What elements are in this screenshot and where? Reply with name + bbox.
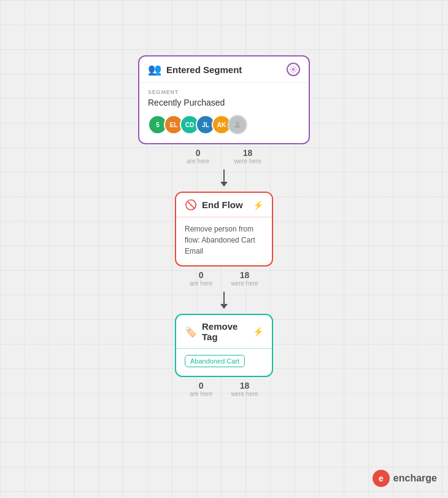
removetag-title: Remove Tag: [202, 321, 253, 342]
endflow-title: End Flow: [202, 200, 243, 210]
endflow-stat-were-here: 18 were here: [231, 270, 258, 287]
endflow-node[interactable]: 🚫 End Flow ⚡ Remove person from flow: Ab…: [175, 192, 273, 267]
removetag-are-here-label: are here: [190, 391, 212, 397]
svg-point-0: [293, 69, 295, 71]
tag-badge: Abandoned Cart: [185, 355, 245, 367]
segment-stat-here: 0 are here: [187, 148, 209, 165]
endflow-stat-here: 0 are here: [190, 270, 212, 287]
arrow-1: [220, 166, 228, 190]
endflow-header-left: 🚫 End Flow: [185, 199, 243, 211]
removetag-were-here-value: 18: [231, 381, 258, 391]
encharge-logo-text: encharge: [393, 473, 437, 484]
encharge-letter: e: [379, 473, 384, 483]
people-icon: 👥: [148, 63, 161, 76]
endflow-are-here-label: are here: [190, 280, 212, 287]
encharge-logo-icon: e: [373, 470, 390, 487]
flow-canvas: 👥 Entered Segment SEGMENT Recently Purch…: [0, 0, 448, 498]
endflow-were-here-value: 18: [231, 270, 258, 280]
segment-value: Recently Purchased: [148, 98, 300, 107]
svg-point-1: [236, 122, 239, 125]
removetag-are-here-value: 0: [190, 381, 212, 391]
removetag-stats: 0 are here 18 were here: [190, 381, 258, 397]
removetag-node[interactable]: 🏷️ Remove Tag ⚡ Abandoned Cart: [175, 314, 273, 377]
endflow-body-text: Remove person from flow: Abandoned Cart …: [185, 224, 263, 257]
segment-node-body: SEGMENT Recently Purchased 5 EL CD JL AK: [139, 82, 309, 143]
segment-are-here-value: 0: [187, 148, 209, 158]
avatar-list: 5 EL CD JL AK: [148, 115, 300, 134]
removetag-stat-here: 0 are here: [190, 381, 212, 397]
endflow-header: 🚫 End Flow ⚡: [176, 193, 272, 217]
arrow-head-1: [220, 182, 228, 187]
arrow-2: [220, 288, 228, 313]
arrow-line-1: [223, 169, 225, 182]
arrow-head-2: [220, 304, 228, 309]
endflow-body: Remove person from flow: Abandoned Cart …: [176, 217, 272, 265]
segment-stats: 0 are here 18 were here: [187, 148, 261, 165]
segment-header-left: 👥 Entered Segment: [148, 63, 242, 76]
encharge-logo: e encharge: [373, 470, 437, 487]
removetag-were-here-label: were here: [231, 391, 258, 397]
segment-stat-were-here: 18 were here: [234, 148, 261, 165]
segment-label: SEGMENT: [148, 89, 300, 95]
segment-are-here-label: are here: [187, 158, 209, 165]
arrow-line-2: [223, 292, 225, 304]
segment-were-here-value: 18: [234, 148, 261, 158]
endflow-were-here-label: were here: [231, 280, 258, 287]
tag-icon: 🏷️: [185, 326, 197, 338]
lightning-icon-removetag: ⚡: [253, 327, 263, 337]
removetag-header: 🏷️ Remove Tag ⚡: [176, 315, 272, 348]
endflow-stats: 0 are here 18 were here: [190, 270, 258, 287]
avatar-6: [228, 115, 247, 134]
segment-node-header: 👥 Entered Segment: [139, 56, 309, 82]
lightning-icon-endflow: ⚡: [253, 200, 263, 210]
segment-were-here-label: were here: [234, 158, 261, 165]
ban-icon: 🚫: [185, 199, 197, 211]
settings-icon[interactable]: [287, 63, 300, 76]
endflow-are-here-value: 0: [190, 270, 212, 280]
removetag-header-left: 🏷️ Remove Tag: [185, 321, 253, 342]
segment-node-title: Entered Segment: [166, 64, 242, 75]
segment-node[interactable]: 👥 Entered Segment SEGMENT Recently Purch…: [138, 55, 310, 144]
removetag-body: Abandoned Cart: [176, 348, 272, 376]
removetag-stat-were-here: 18 were here: [231, 381, 258, 397]
